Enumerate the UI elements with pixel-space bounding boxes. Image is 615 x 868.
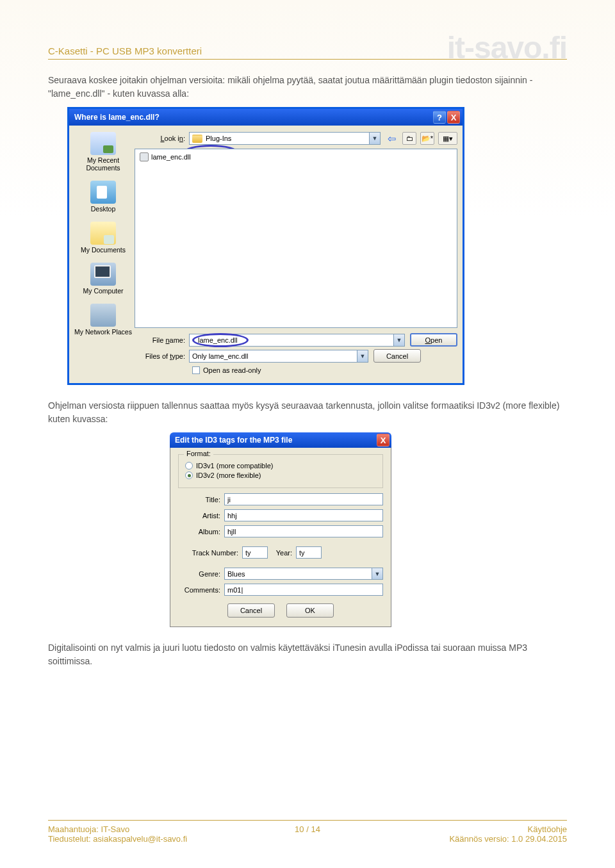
place-mynet-label: My Network Places	[74, 328, 132, 336]
doc-type: Käyttöohje	[449, 824, 567, 834]
radio-icon[interactable]	[185, 462, 193, 470]
page-number: 10 / 14	[295, 824, 320, 834]
place-recent-label: My Recent Documents	[74, 156, 132, 172]
place-recent[interactable]: My Recent Documents	[74, 132, 132, 172]
comments-label: Comments:	[178, 586, 224, 594]
footer-right: Käyttöohje Käännös versio: 1.0 29.04.201…	[449, 824, 567, 844]
paragraph-3: Digitalisointi on nyt valmis ja juuri lu…	[48, 641, 567, 668]
filename-value: lame_enc.dll	[198, 336, 238, 344]
filename-label: File name:	[135, 336, 189, 344]
lookin-combo[interactable]: Plug-Ins ▼	[189, 132, 381, 145]
title-input[interactable]: ji	[224, 493, 383, 505]
close-button[interactable]: X	[447, 111, 460, 124]
lookin-value: Plug-Ins	[206, 135, 231, 142]
doc-title: C-Kasetti - PC USB MP3 konvertteri	[48, 45, 202, 56]
genre-combo[interactable]: Blues ▼	[224, 568, 383, 580]
readonly-label: Open as read-only	[203, 366, 261, 374]
cancel-button[interactable]: Cancel	[373, 349, 421, 363]
back-icon[interactable]: ⇦	[384, 132, 398, 145]
chevron-down-icon[interactable]: ▼	[369, 133, 380, 144]
radio-label: ID3v1 (more compatible)	[196, 462, 273, 470]
chevron-down-icon[interactable]: ▼	[357, 350, 368, 362]
chevron-down-icon[interactable]: ▼	[372, 568, 382, 579]
file-open-dialog: Where is lame_enc.dll? ? X My Recent Doc…	[67, 107, 464, 385]
chevron-down-icon[interactable]: ▼	[393, 334, 404, 346]
file-list[interactable]: lame_enc.dll	[135, 149, 457, 328]
id3-dialog: Edit the ID3 tags for the MP3 file X For…	[170, 432, 391, 627]
file-icon	[140, 152, 149, 161]
new-folder-icon[interactable]: 📂*	[420, 132, 434, 145]
place-mycomp-label: My Computer	[74, 287, 132, 295]
filetype-label: Files of type:	[135, 352, 189, 360]
dialog1-title: Where is lame_enc.dll?	[74, 113, 160, 122]
page-footer: Maahantuoja: IT-Savo Tiedustelut: asiaka…	[48, 820, 567, 844]
album-label: Album:	[178, 528, 224, 536]
comments-input[interactable]: m01|	[224, 584, 383, 596]
artist-label: Artist:	[178, 512, 224, 520]
track-input[interactable]: ty	[242, 546, 268, 559]
lookin-label: Look in:	[135, 135, 189, 142]
footer-left: Maahantuoja: IT-Savo Tiedustelut: asiaka…	[48, 824, 187, 844]
album-input[interactable]: hjll	[224, 525, 383, 537]
filetype-value: Only lame_enc.dll	[192, 352, 248, 360]
genre-label: Genre:	[178, 570, 224, 578]
close-button[interactable]: X	[377, 434, 390, 446]
year-input[interactable]: ty	[296, 546, 322, 559]
cancel-button[interactable]: Cancel	[227, 603, 275, 618]
track-label: Track Number:	[178, 549, 242, 557]
year-label: Year:	[268, 549, 296, 557]
help-button[interactable]: ?	[433, 111, 446, 124]
places-bar: My Recent Documents Desktop My Documents…	[74, 132, 132, 374]
brand-watermark: it-savo.fi	[447, 36, 567, 60]
place-mycomp[interactable]: My Computer	[74, 263, 132, 295]
page-header: C-Kasetti - PC USB MP3 konvertteri it-sa…	[48, 32, 567, 60]
contact-email: Tiedustelut: asiakaspalvelu@it-savo.fi	[48, 834, 187, 844]
paragraph-2: Ohjelman versiosta riippuen tallennus sa…	[48, 399, 567, 426]
filename-input[interactable]: lame_enc.dll ▼	[189, 334, 405, 347]
ok-button[interactable]: OK	[286, 603, 334, 618]
format-fieldset: Format: ID3v1 (more compatible) ID3v2 (m…	[178, 454, 383, 488]
paragraph-1: Seuraava koskee joitakin ohjelman versio…	[48, 74, 567, 101]
place-mynet[interactable]: My Network Places	[74, 304, 132, 336]
open-button[interactable]: Open	[410, 333, 457, 347]
radio-id3v2[interactable]: ID3v2 (more flexible)	[185, 471, 376, 479]
radio-id3v1[interactable]: ID3v1 (more compatible)	[185, 462, 376, 470]
readonly-checkbox[interactable]	[192, 366, 200, 374]
up-folder-icon[interactable]: 🗀	[402, 132, 416, 145]
importer: Maahantuoja: IT-Savo	[48, 824, 187, 834]
place-mydocs-label: My Documents	[74, 246, 132, 254]
place-desktop[interactable]: Desktop	[74, 181, 132, 213]
title-label: Title:	[178, 496, 224, 504]
list-item[interactable]: lame_enc.dll	[138, 152, 454, 162]
place-mydocs[interactable]: My Documents	[74, 222, 132, 254]
views-icon[interactable]: ▦▾	[438, 132, 457, 145]
place-desktop-label: Desktop	[74, 205, 132, 213]
artist-input[interactable]: hhj	[224, 509, 383, 521]
nav-toolbar: ⇦ 🗀 📂* ▦▾	[384, 132, 457, 145]
filename-text: lame_enc.dll	[151, 153, 191, 161]
doc-version: Käännös versio: 1.0 29.04.2015	[449, 834, 567, 844]
highlight-circle-filename: lame_enc.dll	[192, 333, 249, 347]
dialog2-title: Edit the ID3 tags for the MP3 file	[175, 436, 292, 445]
folder-icon	[192, 135, 202, 143]
radio-icon[interactable]	[185, 471, 193, 479]
radio-label: ID3v2 (more flexible)	[196, 471, 261, 479]
dialog2-titlebar: Edit the ID3 tags for the MP3 file X	[170, 432, 391, 448]
filetype-combo[interactable]: Only lame_enc.dll ▼	[189, 350, 368, 363]
format-legend: Format:	[184, 450, 213, 457]
dialog1-titlebar: Where is lame_enc.dll? ? X	[69, 109, 463, 126]
